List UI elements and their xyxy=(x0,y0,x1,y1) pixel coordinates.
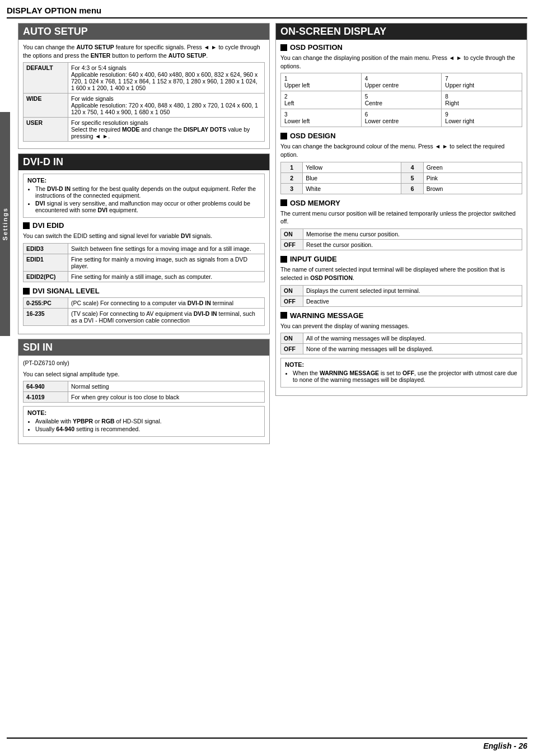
osd-memory-subsection: OSD MEMORY The current menu cursor posit… xyxy=(280,199,522,250)
dvi-edid-title: DVI EDID xyxy=(23,221,265,230)
auto-setup-table: DEFAULT For 4:3 or 5:4 signalsApplicable… xyxy=(23,62,265,142)
sdi-subtitle: (PT-DZ6710 only) xyxy=(23,359,265,367)
bullet-icon xyxy=(280,199,287,206)
osd-memory-table: ON Memorise the menu cursor position. OF… xyxy=(280,228,522,250)
bullet-icon xyxy=(280,256,287,263)
list-item: The DVI-D IN setting for the best qualit… xyxy=(35,185,260,199)
auto-setup-section: AUTO SETUP You can change the AUTO SETUP… xyxy=(18,23,270,149)
table-row: 3 White 6 Brown xyxy=(281,183,522,194)
list-item: Available with YPBPR or RGB of HD-SDI si… xyxy=(35,418,260,424)
design-num-3: 3 xyxy=(281,183,303,194)
design-yellow: Yellow xyxy=(303,162,401,172)
4-1019-content: For when grey colour is too close to bla… xyxy=(68,392,265,403)
edid1-label: EDID1 xyxy=(24,254,68,272)
table-row: ON Memorise the menu cursor position. xyxy=(281,229,522,240)
dvi-notes-list: The DVI-D IN setting for the best qualit… xyxy=(27,185,260,213)
list-item: Usually 64-940 setting is recommended. xyxy=(35,426,260,432)
input-guide-on-label: ON xyxy=(281,285,303,296)
osd-memory-off-label: OFF xyxy=(281,240,303,250)
sdi-note-title: NOTE: xyxy=(27,409,260,416)
edid2pc-label: EDID2(PC) xyxy=(24,272,68,282)
design-pink: Pink xyxy=(423,172,522,183)
table-row: 4-1019 For when grey colour is too close… xyxy=(24,392,265,403)
bullet-icon xyxy=(23,222,30,229)
table-row: 3Lower left 6Lower centre 9Lower right xyxy=(281,109,522,127)
table-row: WIDE For wide signalsApplicable resoluti… xyxy=(24,94,265,118)
dvi-note-title: NOTE: xyxy=(27,177,260,184)
auto-setup-heading: AUTO SETUP xyxy=(18,24,269,40)
table-row: EDID3 Switch between fine settings for a… xyxy=(24,244,265,254)
osd-position-subsection: OSD POSITION You can change the displayi… xyxy=(280,43,522,127)
osd-design-subsection: OSD DESIGN You can change the background… xyxy=(280,132,522,194)
dvi-signal-level-subsection: DVI SIGNAL LEVEL 0-255:PC (PC scale) For… xyxy=(23,287,265,326)
wide-content: For wide signalsApplicable resolution: 7… xyxy=(68,94,265,118)
table-row: 2Left 5Centre 8Right xyxy=(281,91,522,109)
page-footer: English - 26 xyxy=(7,738,527,750)
design-brown: Brown xyxy=(423,183,522,194)
table-row: OFF Deactive xyxy=(281,296,522,306)
dvi-edid-table: EDID3 Switch between fine settings for a… xyxy=(23,243,265,282)
design-num-2: 2 xyxy=(281,172,303,183)
design-num-6: 6 xyxy=(401,183,423,194)
osd-pos-7: 7Upper right xyxy=(442,73,522,91)
design-green: Green xyxy=(423,162,522,172)
warning-off-label: OFF xyxy=(281,344,303,354)
design-blue: Blue xyxy=(303,172,401,183)
osd-pos-4: 4Upper centre xyxy=(361,73,442,91)
osd-pos-1: 1Upper left xyxy=(281,73,362,91)
osd-memory-desc: The current menu cursor position will be… xyxy=(280,209,522,226)
table-row: 2 Blue 5 Pink xyxy=(281,172,522,183)
list-item: When the WARNING MESSAGE is set to OFF, … xyxy=(293,370,518,383)
osd-heading: ON-SCREEN DISPLAY xyxy=(276,24,527,40)
osd-position-desc: You can change the displaying position o… xyxy=(280,54,522,70)
osd-pos-6: 6Lower centre xyxy=(361,109,442,127)
table-row: USER For specific resolution signalsSele… xyxy=(24,118,265,142)
16-235-label: 16-235 xyxy=(24,309,68,326)
table-row: OFF None of the warning messages will be… xyxy=(281,344,522,354)
osd-memory-on-content: Memorise the menu cursor position. xyxy=(303,229,522,240)
edid3-label: EDID3 xyxy=(24,244,68,254)
osd-memory-off-content: Reset the cursor position. xyxy=(303,240,522,250)
auto-setup-desc: You can change the AUTO SETUP feature fo… xyxy=(23,43,265,59)
page-header: DISPLAY OPTION menu xyxy=(7,6,527,18)
edid3-content: Switch between fine settings for a movin… xyxy=(68,244,265,254)
osd-content: OSD POSITION You can change the displayi… xyxy=(276,40,527,395)
osd-design-title: OSD DESIGN xyxy=(280,132,522,140)
design-num-4: 4 xyxy=(401,162,423,172)
table-row: EDID2(PC) Fine setting for mainly a stil… xyxy=(24,272,265,282)
4-1019-label: 4-1019 xyxy=(24,392,68,403)
sdi-in-section: SDI IN (PT-DZ6710 only) You can select s… xyxy=(18,339,270,444)
warning-on-label: ON xyxy=(281,333,303,344)
osd-position-grid: 1Upper left 4Upper centre 7Upper right 2… xyxy=(280,73,522,127)
warning-off-content: None of the warning messages will be dis… xyxy=(303,344,522,354)
bullet-icon xyxy=(280,312,287,319)
sdi-desc: You can select signal amplitude type. xyxy=(23,370,265,379)
warning-note-box: NOTE: When the WARNING MESSAGE is set to… xyxy=(280,358,522,388)
edid2pc-content: Fine setting for mainly a still image, s… xyxy=(68,272,265,282)
table-row: 0-255:PC (PC scale) For connecting to a … xyxy=(24,298,265,309)
left-column: AUTO SETUP You can change the AUTO SETUP… xyxy=(18,23,270,449)
footer-text: English - 26 xyxy=(483,741,527,750)
dvi-d-in-section: DVI-D IN NOTE: The DVI-D IN setting for … xyxy=(18,153,270,334)
osd-pos-5: 5Centre xyxy=(361,91,442,109)
table-row: DEFAULT For 4:3 or 5:4 signalsApplicable… xyxy=(24,63,265,94)
settings-sidebar: Settings xyxy=(0,112,10,336)
osd-pos-2: 2Left xyxy=(281,91,362,109)
table-row: 64-940 Normal setting xyxy=(24,381,265,392)
dvi-note-box: NOTE: The DVI-D IN setting for the best … xyxy=(23,174,265,218)
table-row: 1Upper left 4Upper centre 7Upper right xyxy=(281,73,522,91)
dvi-d-in-heading: DVI-D IN xyxy=(18,154,269,170)
list-item: DVI signal is very sensitive, and malfun… xyxy=(35,200,260,213)
input-guide-title: INPUT GUIDE xyxy=(280,255,522,263)
table-row: OFF Reset the cursor position. xyxy=(281,240,522,250)
sdi-notes-list: Available with YPBPR or RGB of HD-SDI si… xyxy=(27,418,260,432)
osd-design-table: 1 Yellow 4 Green 2 Blue 5 Pink xyxy=(280,162,522,194)
table-row: 1 Yellow 4 Green xyxy=(281,162,522,172)
page-title: DISPLAY OPTION menu xyxy=(7,6,527,15)
default-content: For 4:3 or 5:4 signalsApplicable resolut… xyxy=(68,63,265,94)
dvi-signal-level-table: 0-255:PC (PC scale) For connecting to a … xyxy=(23,297,265,326)
sdi-in-content: (PT-DZ6710 only) You can select signal a… xyxy=(18,356,269,444)
bullet-icon xyxy=(23,288,30,295)
default-label: DEFAULT xyxy=(24,63,68,94)
64-940-label: 64-940 xyxy=(24,381,68,392)
